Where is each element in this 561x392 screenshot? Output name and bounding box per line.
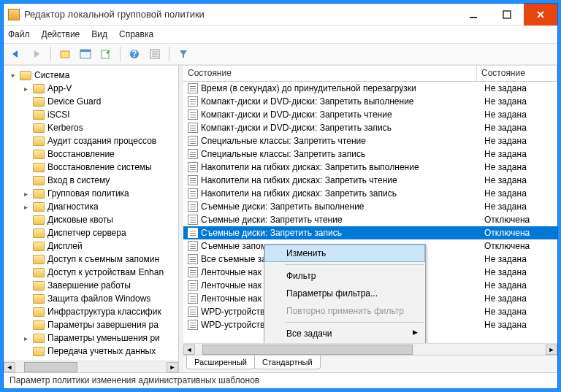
expand-icon[interactable]	[21, 282, 30, 290]
folder-icon	[33, 84, 45, 93]
expand-icon[interactable]	[21, 177, 30, 185]
export-button[interactable]	[98, 46, 114, 62]
ctx-filter[interactable]: Фильтр	[264, 267, 425, 285]
policy-name: Накопители на гибких дисках: Запретить з…	[201, 188, 484, 199]
ctx-all-tasks[interactable]: Все задачи▶	[264, 325, 425, 342]
policy-name: Специальные классы: Запретить чтение	[201, 136, 484, 146]
tree-item[interactable]: iSCSI	[4, 108, 178, 121]
ctx-edit[interactable]: Изменить	[264, 245, 425, 262]
menu-file[interactable]: Файл	[8, 29, 30, 39]
tree-item[interactable]: ▸Диагностика	[4, 200, 178, 213]
policy-row[interactable]: Компакт-диски и DVD-диски: Запретить вып…	[183, 95, 557, 108]
tree-root[interactable]: ▾Система	[4, 69, 178, 82]
policy-row[interactable]: Накопители на гибких дисках: Запретить в…	[183, 161, 557, 174]
list-header[interactable]: Состояние Состояние	[183, 66, 557, 82]
scroll-right-icon[interactable]: ►	[167, 362, 178, 372]
toolbar: ?	[4, 43, 557, 65]
tree-item[interactable]: ▸Параметры уменьшения ри	[4, 331, 178, 345]
expand-icon[interactable]	[21, 98, 30, 106]
scroll-thumb[interactable]	[202, 345, 413, 355]
titlebar[interactable]: Редактор локальной групповой политики	[4, 4, 557, 26]
policy-state: Отключена	[484, 215, 557, 225]
scroll-thumb[interactable]	[24, 362, 77, 372]
menu-help[interactable]: Справка	[119, 29, 153, 39]
policy-row[interactable]: Специальные классы: Запретить чтениеНе з…	[183, 134, 557, 147]
tree-item[interactable]: Вход в систему	[4, 174, 178, 187]
properties-button[interactable]	[147, 46, 163, 62]
expand-icon[interactable]: ▸	[21, 203, 30, 211]
expand-icon[interactable]	[21, 137, 30, 145]
tab-standard[interactable]: Стандартный	[254, 356, 321, 369]
expand-icon[interactable]	[21, 269, 30, 277]
tree-item[interactable]: Завершение работы	[4, 279, 178, 292]
tree-label: Параметры уменьшения ри	[47, 333, 160, 343]
policy-row[interactable]: Съемные диски: Запретить записьОтключена	[183, 226, 557, 239]
tree-item[interactable]: Восстановление системы	[4, 161, 178, 174]
expand-icon[interactable]	[21, 255, 30, 264]
tree-pane[interactable]: ▾Система▸App-V Device Guard iSCSI Kerber…	[4, 66, 179, 372]
policy-row[interactable]: Съемные диски: Запретить выполнениеНе за…	[183, 200, 557, 213]
policy-row[interactable]: Компакт-диски и DVD-диски: Запретить зап…	[183, 121, 557, 134]
expand-icon[interactable]: ▸	[21, 334, 30, 342]
column-state[interactable]: Состояние	[477, 66, 557, 81]
tree-item[interactable]: Диспетчер сервера	[4, 226, 178, 239]
back-button[interactable]	[8, 46, 24, 62]
collapse-icon[interactable]: ▾	[8, 72, 17, 80]
close-button[interactable]	[524, 4, 557, 26]
forward-button[interactable]	[28, 46, 45, 62]
policy-state: Не задана	[484, 280, 557, 291]
tree-item[interactable]: Доступ к устройствам Enhan	[4, 266, 178, 279]
show-hide-button[interactable]	[77, 46, 94, 62]
column-name[interactable]: Состояние	[183, 66, 477, 81]
tree-item[interactable]: Параметры завершения ра	[4, 318, 178, 331]
menu-view[interactable]: Вид	[91, 29, 107, 39]
policy-list[interactable]: Время (в секундах) до принудительной пер…	[183, 82, 557, 343]
up-button[interactable]	[57, 46, 73, 62]
policy-row[interactable]: Накопители на гибких дисках: Запретить з…	[183, 187, 557, 200]
expand-icon[interactable]: ▸	[21, 190, 30, 198]
expand-icon[interactable]: ▸	[21, 85, 30, 93]
tree-item[interactable]: Восстановление	[4, 147, 178, 161]
expand-icon[interactable]	[21, 164, 30, 172]
policy-row[interactable]: Время (в секундах) до принудительной пер…	[183, 82, 557, 95]
filter-button[interactable]	[175, 46, 191, 62]
tree-label: Дисплей	[47, 241, 83, 251]
maximize-button[interactable]	[490, 4, 524, 26]
tree-item[interactable]: ▸App-V	[4, 82, 178, 95]
policy-row[interactable]: Съемные диски: Запретить чтениеОтключена	[183, 213, 557, 226]
policy-row[interactable]: Компакт-диски и DVD-диски: Запретить чте…	[183, 108, 557, 121]
help-button[interactable]: ?	[126, 46, 142, 62]
expand-icon[interactable]	[21, 242, 30, 250]
expand-icon[interactable]	[21, 347, 30, 356]
tree-item[interactable]: Защита файлов Windows	[4, 292, 178, 305]
scroll-right-icon[interactable]: ►	[546, 345, 557, 355]
tree-item[interactable]: Инфраструктура классифик	[4, 305, 178, 318]
tree-item[interactable]: Kerberos	[4, 121, 178, 134]
menu-action[interactable]: Действие	[42, 29, 80, 39]
ctx-filter-params[interactable]: Параметры фильтра...	[264, 285, 425, 302]
tree-item[interactable]: Дисплей	[4, 239, 178, 253]
tab-extended[interactable]: Расширенный	[186, 356, 255, 369]
expand-icon[interactable]	[21, 124, 30, 132]
policy-row[interactable]: Специальные классы: Запретить записьНе з…	[183, 147, 557, 161]
tree-hscroll[interactable]: ◄ ►	[4, 361, 178, 372]
tree-item[interactable]: Аудит создания процессов	[4, 134, 178, 147]
tree-item[interactable]: Device Guard	[4, 95, 178, 108]
tree-item[interactable]: Передача учетных данных	[4, 345, 178, 358]
minimize-button[interactable]	[457, 4, 490, 26]
expand-icon[interactable]	[21, 321, 30, 329]
tree-item[interactable]: ▸Групповая политика	[4, 187, 178, 200]
scroll-left-icon[interactable]: ◄	[4, 362, 15, 372]
tree-label: Диспетчер сервера	[47, 228, 126, 238]
list-hscroll[interactable]: ◄ ►	[183, 343, 557, 355]
expand-icon[interactable]	[21, 150, 30, 158]
expand-icon[interactable]	[21, 111, 30, 119]
expand-icon[interactable]	[21, 295, 30, 303]
scroll-left-icon[interactable]: ◄	[183, 345, 195, 355]
tree-item[interactable]: Доступ к съемным запомин	[4, 253, 178, 266]
expand-icon[interactable]	[21, 216, 30, 224]
expand-icon[interactable]	[21, 229, 30, 237]
policy-row[interactable]: Накопители на гибких дисках: Запретить ч…	[183, 174, 557, 187]
expand-icon[interactable]	[21, 308, 30, 316]
tree-item[interactable]: Дисковые квоты	[4, 213, 178, 226]
